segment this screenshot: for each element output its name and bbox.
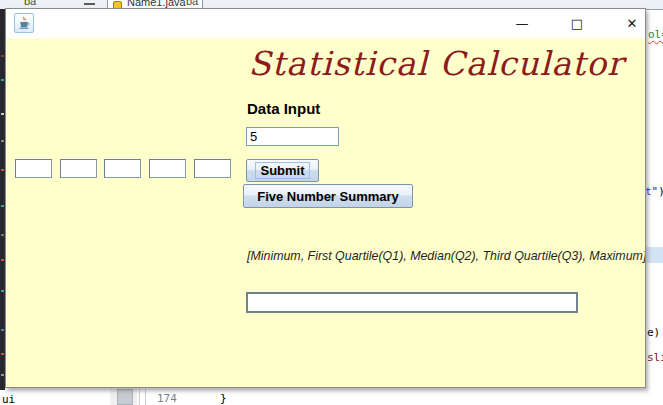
window-titlebar[interactable]: — □ ✕ — [6, 9, 645, 38]
code-fragment: t"); — [645, 185, 663, 198]
data-input-field[interactable] — [246, 127, 339, 146]
gutter-divider — [145, 389, 146, 405]
summary-format-hint: [Minimum, First Quartile(Q1), Median(Q2)… — [247, 249, 645, 263]
summary-box-maximum[interactable] — [194, 159, 231, 178]
minimize-view-icon — [84, 3, 95, 5]
data-input-label: Data Input — [247, 100, 320, 117]
summary-box-q1[interactable] — [60, 159, 97, 178]
java-icon — [14, 13, 34, 33]
minimize-icon[interactable]: — — [505, 9, 539, 38]
code-brace: } — [220, 392, 227, 405]
editor-tab-label: Name1.java — [127, 0, 186, 8]
editor-current-line-highlight — [646, 247, 663, 263]
code-fragment: ol= — [648, 28, 663, 41]
code-fragment: e) — [647, 326, 660, 339]
maximize-icon[interactable]: □ — [560, 9, 594, 38]
page-title: Statistical Calculator — [244, 44, 628, 83]
close-icon[interactable]: ✕ — [615, 9, 649, 38]
five-number-summary-button[interactable]: Five Number Summary — [243, 184, 413, 208]
summary-box-minimum[interactable] — [15, 159, 52, 178]
submit-button-label: Submit — [255, 162, 309, 179]
result-field[interactable] — [246, 292, 578, 313]
clipped-code-line: return (base % 2 == 1) ? m[mid] : (m[mid… — [237, 389, 657, 394]
gutter-divider — [139, 389, 140, 405]
submit-button[interactable]: Submit — [246, 159, 319, 182]
app-window: — □ ✕ Statistical Calculator Data Input … — [5, 8, 646, 388]
code-fragment: sli — [647, 351, 663, 364]
code-fragment: ui — [2, 393, 15, 405]
line-number: 174 — [157, 392, 177, 405]
scrollbar-thumb[interactable] — [117, 389, 133, 405]
app-content: Statistical Calculator Data Input Submit… — [6, 38, 645, 387]
summary-box-median[interactable] — [104, 159, 141, 178]
summary-box-q3[interactable] — [149, 159, 186, 178]
